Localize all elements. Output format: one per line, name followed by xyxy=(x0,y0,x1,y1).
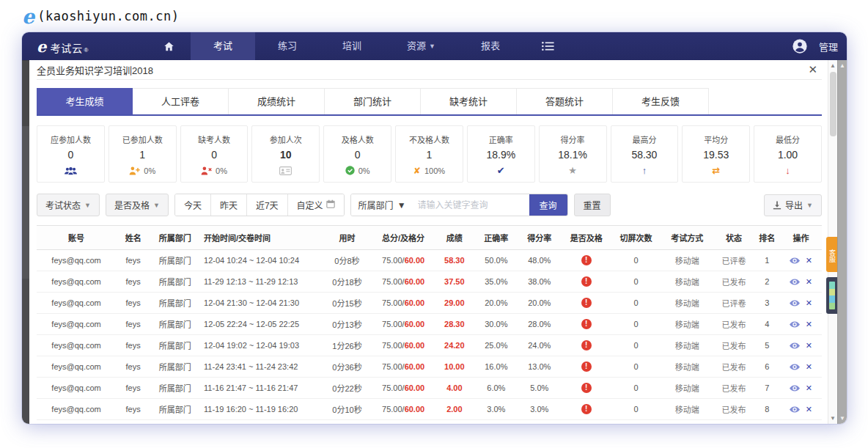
nav-item-2[interactable]: 培训 xyxy=(320,32,384,60)
nav-item-label: 练习 xyxy=(278,32,297,60)
cell-score: 28.30 xyxy=(434,314,474,335)
cell-score_rate: 5.0% xyxy=(518,378,561,399)
stat-label: 缺考人数 xyxy=(183,133,246,145)
exam-status-dropdown[interactable]: 考试状态 ▼ xyxy=(37,194,100,216)
view-result-icon[interactable] xyxy=(790,362,800,371)
qr-code-widget[interactable] xyxy=(826,277,837,314)
cell-time: 11-24 23:41 ~ 11-24 23:42 xyxy=(199,356,322,378)
date-button-0[interactable]: 今天 xyxy=(175,194,211,216)
fail-exclamation-icon: ! xyxy=(581,255,592,265)
page-scrollbar[interactable]: ▲ ▼ xyxy=(837,60,847,424)
user-avatar-icon[interactable] xyxy=(792,38,808,54)
tab-3[interactable]: 部门统计 xyxy=(325,88,421,114)
delete-record-icon[interactable]: ✕ xyxy=(806,320,812,328)
view-result-icon[interactable] xyxy=(790,277,800,286)
cell-time: 12-04 21:30 ~ 12-04 21:30 xyxy=(199,293,322,314)
user-x-icon xyxy=(201,166,212,175)
delete-record-icon[interactable]: ✕ xyxy=(806,362,812,371)
tab-0[interactable]: 考生成绩 xyxy=(37,88,133,114)
tab-1[interactable]: 人工评卷 xyxy=(133,88,229,114)
delete-record-icon[interactable]: ✕ xyxy=(806,256,812,265)
stat-value: 0 xyxy=(326,149,389,161)
view-result-icon[interactable] xyxy=(790,256,800,265)
date-button-3[interactable]: 自定义 xyxy=(288,194,344,216)
pass-score: 60.00 xyxy=(405,256,425,265)
col-header-status: 状态 xyxy=(714,226,754,250)
list-menu-icon[interactable] xyxy=(542,41,554,51)
delete-record-icon[interactable]: ✕ xyxy=(806,383,812,392)
pass-filter-dropdown[interactable]: 是否及格 ▼ xyxy=(106,194,169,216)
reset-button[interactable]: 重置 xyxy=(574,194,611,216)
cell-duration: 0分15秒 xyxy=(322,293,372,314)
nav-item-3[interactable]: 资源▼ xyxy=(384,32,458,60)
export-button[interactable]: 导出 ▼ xyxy=(764,194,822,216)
tab-2[interactable]: 成绩统计 xyxy=(229,88,325,114)
cell-time: 11-29 12:13 ~ 11-29 12:13 xyxy=(199,271,322,293)
tab-5[interactable]: 答题统计 xyxy=(517,88,613,114)
view-result-icon[interactable] xyxy=(790,341,800,350)
nav-item-0[interactable]: 考试 xyxy=(191,32,255,60)
table-row: feys@qq.comfeys所属部门12-04 19:02 ~ 12-04 1… xyxy=(37,335,822,356)
cell-name: feys xyxy=(116,271,150,293)
cell-method: 移动端 xyxy=(661,250,714,271)
delete-record-icon[interactable]: ✕ xyxy=(806,298,812,307)
chevron-down-icon: ▼ xyxy=(806,202,813,209)
cell-is_pass: ! xyxy=(561,399,611,420)
cell-screen_switches: 0 xyxy=(611,271,661,293)
stat-label: 最低分 xyxy=(756,133,820,145)
cell-account: feys@qq.com xyxy=(37,250,116,271)
view-result-icon[interactable] xyxy=(790,320,800,328)
cell-account: feys@qq.com xyxy=(37,356,116,378)
stat-value: 18.9% xyxy=(469,149,533,161)
delete-record-icon[interactable]: ✕ xyxy=(806,405,812,414)
nav-item-4[interactable]: 报表 xyxy=(458,32,523,60)
brand-registered-mark: ® xyxy=(84,47,88,54)
cell-status: 已发布 xyxy=(714,399,754,420)
pass-score: 60.00 xyxy=(405,320,425,328)
stat-card-6: 正确率18.9%✔ xyxy=(467,125,535,183)
department-dropdown[interactable]: 所属部门 ▼ xyxy=(351,194,413,216)
date-button-1[interactable]: 昨天 xyxy=(211,194,247,216)
stat-card-7: 得分率18.1%★ xyxy=(539,125,607,183)
scroll-up-icon[interactable]: ▲ xyxy=(838,62,847,69)
cell-actions: ✕ xyxy=(780,293,822,314)
nav-item-label: 培训 xyxy=(342,32,361,60)
cell-screen_switches: 0 xyxy=(611,335,661,356)
fail-exclamation-icon: ! xyxy=(581,383,592,393)
view-result-icon[interactable] xyxy=(790,405,800,414)
cell-status: 已发布 xyxy=(714,378,754,399)
stat-value: 10 xyxy=(254,149,317,161)
stat-label: 已参加人数 xyxy=(111,133,174,145)
close-icon[interactable]: ✕ xyxy=(803,63,822,76)
home-icon[interactable] xyxy=(147,40,191,53)
cell-total_pass: 75.00/60.00 xyxy=(372,293,435,314)
query-button[interactable]: 查询 xyxy=(529,194,567,216)
scroll-up-icon[interactable]: ▲ xyxy=(828,62,837,69)
delete-record-icon[interactable]: ✕ xyxy=(806,341,812,350)
cell-total_pass: 75.00/60.00 xyxy=(372,314,435,335)
scroll-down-icon[interactable]: ▼ xyxy=(828,415,837,422)
cell-score_rate: 20.0% xyxy=(518,293,561,314)
delete-record-icon[interactable]: ✕ xyxy=(806,277,812,286)
stat-card-10: 最低分1.00↓ xyxy=(754,125,822,183)
nav-item-1[interactable]: 练习 xyxy=(255,32,320,60)
fail-exclamation-icon: ! xyxy=(581,340,592,350)
chevron-down-icon: ▼ xyxy=(84,202,91,209)
view-result-icon[interactable] xyxy=(790,298,800,307)
view-result-icon[interactable] xyxy=(790,383,800,392)
tab-4[interactable]: 缺考统计 xyxy=(421,88,517,114)
cell-rank: 1 xyxy=(754,250,780,271)
admin-menu[interactable]: 管理 xyxy=(819,40,838,54)
cell-screen_switches: 0 xyxy=(611,356,661,378)
scrollbar-thumb[interactable] xyxy=(830,72,836,136)
brand-logo[interactable]: e 考试云 ® xyxy=(22,37,147,56)
cell-duration: 0分10秒 xyxy=(322,399,372,420)
tab-6[interactable]: 考生反馈 xyxy=(613,88,709,114)
cell-department: 所属部门 xyxy=(150,420,199,425)
customer-service-widget[interactable]: 客服 xyxy=(826,237,837,272)
stat-card-0: 应参加人数0 xyxy=(37,125,105,183)
cell-name: feys xyxy=(116,293,150,314)
scroll-down-icon[interactable]: ▼ xyxy=(838,415,847,422)
date-button-2[interactable]: 近7天 xyxy=(247,194,288,216)
keyword-search-input[interactable] xyxy=(413,194,529,216)
